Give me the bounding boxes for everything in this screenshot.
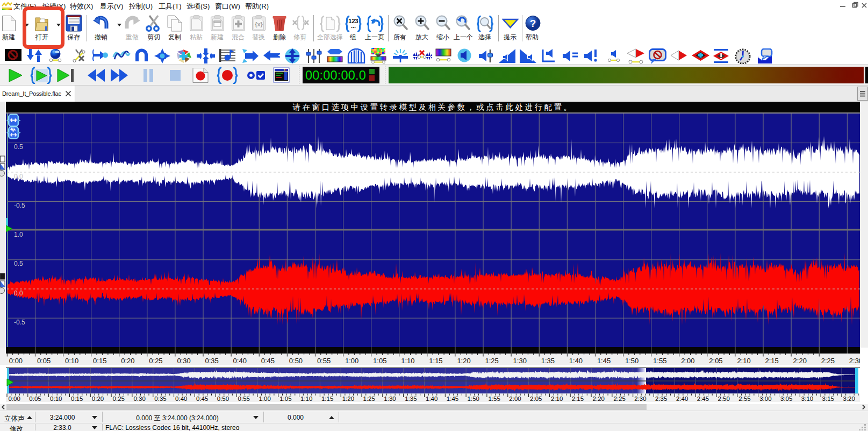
svg-text:2:30: 2:30: [849, 357, 860, 365]
svg-text:0.0: 0.0: [14, 173, 23, 180]
svg-text:2:05: 2:05: [709, 357, 722, 365]
svg-text:0:15: 0:15: [71, 395, 83, 402]
svg-text:...: ...: [351, 23, 356, 29]
svg-text:2:20: 2:20: [793, 357, 807, 365]
svg-text:1:00: 1:00: [345, 357, 358, 365]
svg-text:1:50: 1:50: [625, 357, 639, 365]
svg-text:2:25: 2:25: [821, 357, 835, 365]
svg-text:1.0: 1.0: [14, 231, 23, 238]
svg-text:0:00: 0:00: [9, 395, 20, 402]
svg-text:2:05: 2:05: [530, 395, 542, 402]
svg-text:1:15: 1:15: [429, 357, 442, 365]
svg-text:?: ?: [530, 18, 536, 29]
svg-text:2:35: 2:35: [655, 395, 667, 402]
svg-text:0:50: 0:50: [289, 357, 303, 365]
svg-text:2:40: 2:40: [676, 395, 688, 402]
svg-text:0:20: 0:20: [92, 395, 104, 402]
svg-text:1:30: 1:30: [384, 395, 396, 402]
svg-text:0:05: 0:05: [37, 357, 51, 365]
svg-text:1:55: 1:55: [653, 357, 666, 365]
svg-text:0:35: 0:35: [154, 395, 166, 402]
svg-text:2:20: 2:20: [593, 395, 605, 402]
svg-text:0:30: 0:30: [177, 357, 190, 365]
svg-text:3:10: 3:10: [801, 395, 813, 402]
svg-text:3:20: 3:20: [843, 395, 855, 402]
svg-text:0:45: 0:45: [261, 357, 275, 365]
svg-text:1:15: 1:15: [321, 395, 333, 402]
svg-text:3:05: 3:05: [780, 395, 792, 402]
svg-text:0:50: 0:50: [217, 395, 229, 402]
svg-text:3:00: 3:00: [759, 395, 771, 402]
svg-text:-0.5: -0.5: [14, 319, 25, 326]
svg-text:1:05: 1:05: [279, 395, 291, 402]
svg-text:0:20: 0:20: [121, 357, 134, 365]
svg-text:-0.5: -0.5: [14, 202, 25, 209]
svg-text:0.0: 0.0: [14, 289, 23, 297]
svg-text:{x}: {x}: [255, 21, 263, 27]
svg-text:1:35: 1:35: [541, 357, 555, 365]
svg-text:2:10: 2:10: [551, 395, 563, 402]
svg-text:1:20: 1:20: [457, 357, 470, 365]
svg-text:2:25: 2:25: [613, 395, 625, 402]
svg-text:2:45: 2:45: [697, 395, 709, 402]
svg-text:1:40: 1:40: [569, 357, 583, 365]
svg-text:1:55: 1:55: [489, 395, 500, 402]
svg-text:3:15: 3:15: [822, 395, 834, 402]
svg-text:1:30: 1:30: [513, 357, 527, 365]
svg-text:1:00: 1:00: [259, 395, 270, 402]
svg-text:0:30: 0:30: [133, 395, 145, 402]
svg-text:0:25: 0:25: [113, 395, 125, 402]
svg-text:2:10: 2:10: [737, 357, 750, 365]
svg-text:2:00: 2:00: [681, 357, 694, 365]
svg-text:1:25: 1:25: [363, 395, 375, 402]
svg-text:2:15: 2:15: [572, 395, 584, 402]
svg-text:0:55: 0:55: [317, 357, 331, 365]
svg-text:0:10: 0:10: [50, 395, 62, 402]
svg-text:0:05: 0:05: [29, 395, 41, 402]
svg-text:1:05: 1:05: [373, 357, 386, 365]
svg-text:1:45: 1:45: [447, 395, 458, 402]
svg-text:1:25: 1:25: [485, 357, 499, 365]
svg-text:0.5: 0.5: [14, 143, 23, 151]
svg-text:0:35: 0:35: [205, 357, 219, 365]
svg-text:1:40: 1:40: [426, 395, 437, 402]
svg-text:2:55: 2:55: [738, 395, 750, 402]
svg-text:2:00: 2:00: [509, 395, 521, 402]
svg-text:1:10: 1:10: [401, 357, 414, 365]
svg-text:1:35: 1:35: [405, 395, 417, 402]
svg-text:0:00: 0:00: [9, 357, 23, 365]
svg-text:1:45: 1:45: [597, 357, 611, 365]
svg-text:1:50: 1:50: [468, 395, 479, 402]
svg-text:2:50: 2:50: [718, 395, 730, 402]
svg-text:0:45: 0:45: [196, 395, 208, 402]
svg-text:0:15: 0:15: [93, 357, 106, 365]
svg-text:0:55: 0:55: [238, 395, 250, 402]
svg-text:0.5: 0.5: [14, 260, 23, 267]
svg-text:0:10: 0:10: [65, 357, 78, 365]
svg-text:0:40: 0:40: [175, 395, 187, 402]
svg-text:1:20: 1:20: [342, 395, 354, 402]
svg-text:2:15: 2:15: [765, 357, 779, 365]
svg-text:0:40: 0:40: [233, 357, 247, 365]
svg-text:1:10: 1:10: [300, 395, 312, 402]
svg-text:0:25: 0:25: [149, 357, 162, 365]
svg-text:2:30: 2:30: [634, 395, 646, 402]
